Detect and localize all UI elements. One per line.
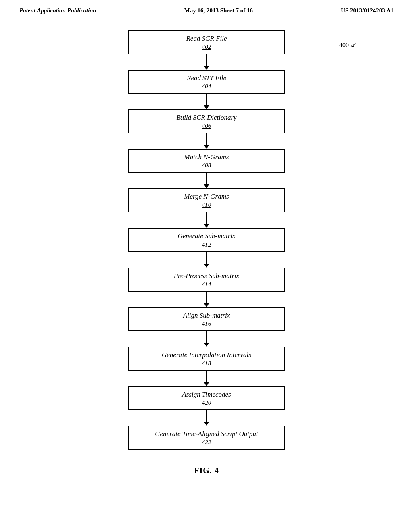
flow-box-label-414: Pre-Process Sub-matrix bbox=[137, 272, 276, 281]
flow-box-402: Read SCR File402 bbox=[128, 30, 285, 54]
flow-box-label-416: Align Sub-matrix bbox=[137, 311, 276, 320]
flow-step-402: Read SCR File402 bbox=[128, 30, 285, 70]
header-publication-type: Patent Application Publication bbox=[19, 7, 96, 14]
figure-label: FIG. 4 bbox=[194, 466, 219, 475]
flow-box-number-422: 422 bbox=[137, 439, 276, 446]
flow-box-label-408: Match N-Grams bbox=[137, 153, 276, 162]
flow-box-416: Align Sub-matrix416 bbox=[128, 307, 285, 331]
flow-box-label-402: Read SCR File bbox=[137, 34, 276, 43]
flow-box-412: Generate Sub-matrix412 bbox=[128, 228, 285, 252]
flow-arrow-402 bbox=[204, 54, 209, 70]
flow-box-label-406: Build SCR Dictionary bbox=[137, 113, 276, 122]
flow-arrow-414 bbox=[204, 292, 209, 307]
flow-box-number-410: 410 bbox=[137, 202, 276, 208]
page-header: Patent Application Publication May 16, 2… bbox=[0, 0, 413, 18]
flow-step-408: Match N-Grams408 bbox=[128, 149, 285, 188]
flow-arrow-418 bbox=[204, 371, 209, 386]
flow-box-414: Pre-Process Sub-matrix414 bbox=[128, 268, 285, 292]
flow-box-number-408: 408 bbox=[137, 162, 276, 169]
flow-box-label-410: Merge N-Grams bbox=[137, 192, 276, 201]
flow-box-number-404: 404 bbox=[137, 83, 276, 90]
flow-box-label-418: Generate Interpolation Intervals bbox=[137, 351, 276, 360]
flow-box-404: Read STT File404 bbox=[128, 70, 285, 94]
flow-step-420: Assign Timecodes420 bbox=[128, 386, 285, 426]
flow-step-422: Generate Time-Aligned Script Output422 bbox=[128, 426, 285, 450]
flow-step-418: Generate Interpolation Intervals418 bbox=[128, 347, 285, 386]
flow-step-406: Build SCR Dictionary406 bbox=[128, 109, 285, 149]
flow-box-number-418: 418 bbox=[137, 360, 276, 367]
flow-step-414: Pre-Process Sub-matrix414 bbox=[128, 268, 285, 307]
flow-arrow-408 bbox=[204, 173, 209, 188]
flow-box-number-406: 406 bbox=[137, 123, 276, 129]
flow-arrow-416 bbox=[204, 331, 209, 347]
flow-box-number-412: 412 bbox=[137, 241, 276, 248]
ref-arrow-icon: ↙ bbox=[350, 40, 357, 49]
header-date-sheet: May 16, 2013 Sheet 7 of 16 bbox=[184, 7, 253, 14]
flow-step-404: Read STT File404 bbox=[128, 70, 285, 109]
flow-box-410: Merge N-Grams410 bbox=[128, 188, 285, 212]
flow-box-label-404: Read STT File bbox=[137, 74, 276, 83]
flow-box-408: Match N-Grams408 bbox=[128, 149, 285, 173]
flow-step-416: Align Sub-matrix416 bbox=[128, 307, 285, 347]
flow-box-number-402: 402 bbox=[137, 44, 276, 50]
flow-step-412: Generate Sub-matrix412 bbox=[128, 228, 285, 267]
diagram-ref-number: 400 ↙ bbox=[339, 40, 357, 49]
flow-box-418: Generate Interpolation Intervals418 bbox=[128, 347, 285, 371]
flow-box-406: Build SCR Dictionary406 bbox=[128, 109, 285, 133]
flow-arrow-412 bbox=[204, 252, 209, 268]
flow-arrow-404 bbox=[204, 94, 209, 109]
flow-box-number-416: 416 bbox=[137, 320, 276, 327]
flow-steps-container: Read SCR File402Read STT File404Build SC… bbox=[128, 30, 285, 450]
flow-step-410: Merge N-Grams410 bbox=[128, 188, 285, 228]
flow-box-label-422: Generate Time-Aligned Script Output bbox=[137, 430, 276, 438]
header-patent-number: US 2013/0124203 A1 bbox=[341, 7, 394, 14]
flow-arrow-410 bbox=[204, 212, 209, 228]
flow-box-420: Assign Timecodes420 bbox=[128, 386, 285, 410]
flow-arrow-420 bbox=[204, 410, 209, 426]
flow-box-number-414: 414 bbox=[137, 281, 276, 288]
flow-box-422: Generate Time-Aligned Script Output422 bbox=[128, 426, 285, 450]
flow-arrow-406 bbox=[204, 133, 209, 149]
flow-box-label-420: Assign Timecodes bbox=[137, 390, 276, 399]
flow-box-label-412: Generate Sub-matrix bbox=[137, 232, 276, 241]
flow-diagram: 400 ↙ Read SCR File402Read STT File404Bu… bbox=[0, 18, 413, 483]
flow-box-number-420: 420 bbox=[137, 399, 276, 406]
